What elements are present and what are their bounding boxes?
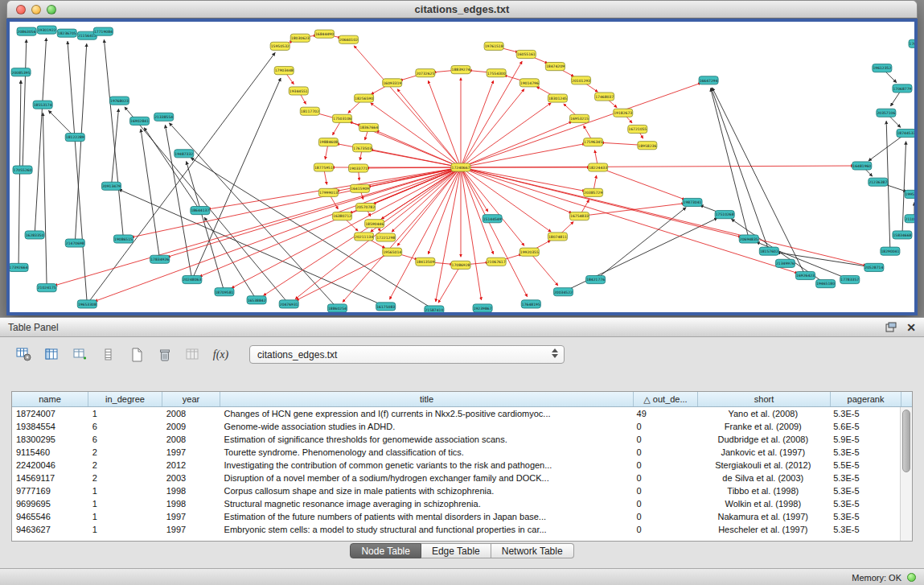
graph-node[interactable]: 21338554 [154, 113, 174, 121]
graph-node[interactable]: 18590446 [365, 220, 384, 228]
graph-node[interactable]: 19465180 [816, 280, 836, 288]
minimize-button[interactable] [31, 5, 41, 14]
graph-node[interactable]: 21470698 [65, 239, 84, 247]
graph-node[interactable]: 19761518 [484, 42, 503, 50]
graph-node[interactable]: 17673503 [353, 144, 372, 152]
graph-node[interactable]: 18074811 [548, 233, 567, 241]
graph-node[interactable]: 17596345 [584, 138, 603, 146]
table-row[interactable]: 946554611997Estimation of the future num… [12, 510, 900, 523]
column-header-year[interactable]: year [162, 392, 220, 406]
column-header-short[interactable]: short [698, 392, 831, 406]
tab-node-table[interactable]: Node Table [350, 543, 421, 558]
graph-node[interactable]: 19920355 [519, 248, 539, 256]
graph-node[interactable]: 17903448 [274, 67, 294, 75]
graph-node[interactable]: 19768023 [109, 97, 129, 105]
graph-node[interactable]: 21067617 [487, 257, 506, 266]
graph-node[interactable]: 19344551 [289, 87, 308, 95]
graph-node[interactable]: 19086515 [113, 235, 133, 243]
merge-tables-icon[interactable] [182, 344, 203, 365]
graph-node[interactable]: 17068779 [893, 84, 912, 93]
graph-node[interactable]: 18030623 [290, 34, 310, 42]
graph-node[interactable]: 18367664 [359, 123, 379, 131]
graph-node[interactable]: 17503106 [332, 114, 351, 122]
graph-node[interactable]: 17086928 [451, 261, 470, 269]
graph-node[interactable]: 16721055 [628, 125, 647, 133]
column-header-out_de[interactable]: △ out_de... [634, 392, 698, 406]
graph-node[interactable]: 20385729 [584, 188, 603, 196]
graph-node[interactable]: 18744533 [897, 129, 914, 137]
graph-node[interactable]: 16093319 [383, 79, 402, 87]
table-settings-icon[interactable] [13, 344, 35, 365]
graph-node[interactable]: 19182673 [614, 109, 633, 117]
graph-node[interactable]: 18474209 [545, 63, 565, 71]
graph-node[interactable]: 17240667 [451, 163, 470, 171]
graph-node[interactable]: 20660102 [339, 35, 358, 43]
graph-node[interactable]: 16647294 [699, 76, 718, 84]
graph-node[interactable]: 16283350 [25, 231, 44, 239]
graph-node[interactable]: 21587410 [425, 306, 444, 312]
graph-node[interactable]: 18117702 [300, 107, 319, 115]
column-header-pagerank[interactable]: pagerank [831, 392, 901, 406]
graph-node[interactable]: 19239867 [473, 304, 492, 312]
graph-node[interactable]: 16481960 [852, 162, 872, 170]
graph-node[interactable]: 16844490 [314, 30, 334, 38]
graph-node[interactable]: 16926423 [795, 271, 815, 279]
graph-node[interactable]: 18256590 [355, 94, 374, 102]
graph-node[interactable]: 17648195 [521, 300, 540, 308]
graph-node[interactable]: 16902841 [130, 117, 150, 125]
graph-node[interactable]: 17055260 [13, 166, 32, 174]
graph-node[interactable]: 17510268 [715, 211, 734, 219]
graph-node[interactable]: 17468037 [595, 93, 614, 101]
graph-node[interactable]: 18553174 [33, 101, 52, 109]
import-table-icon[interactable] [69, 344, 91, 365]
table-row[interactable]: 1456911722003Disruption of a novel membe… [12, 472, 900, 484]
network-graph-canvas[interactable]: 1724066718224433175963451695321518301245… [10, 22, 914, 312]
graph-node[interactable]: 16754833 [569, 212, 589, 220]
graph-node[interactable]: 18709581 [215, 288, 234, 296]
table-row[interactable]: 977716911998Corpus callosum shape and si… [12, 484, 900, 497]
table-row[interactable]: 1938455462009Genome-wide association stu… [12, 420, 900, 433]
graph-node[interactable]: 20357106 [877, 109, 896, 117]
show-columns-icon[interactable] [41, 344, 63, 365]
graph-node[interactable]: 18122289 [65, 134, 84, 142]
column-header-in_degree[interactable]: in_degree [88, 392, 162, 406]
tab-network-table[interactable]: Network Table [491, 543, 574, 558]
table-row[interactable]: 2242004622012Investigating the contribut… [12, 459, 900, 472]
scrollbar-thumb[interactable] [902, 410, 910, 472]
graph-node[interactable]: 15950532 [270, 42, 290, 50]
table-row[interactable]: 969969511998Structural magnetic resonanc… [12, 497, 900, 510]
graph-node[interactable]: 20101293 [571, 76, 590, 84]
column-header-name[interactable]: name [12, 392, 88, 406]
graph-node[interactable]: 15834668 [893, 231, 912, 239]
graph-node[interactable]: 20732625 [416, 69, 435, 77]
graph-node[interactable]: 20476931 [279, 300, 298, 308]
graph-node[interactable]: 21024175 [37, 284, 56, 292]
float-panel-icon[interactable] [885, 322, 897, 332]
graph-node[interactable]: 17834926 [150, 255, 170, 263]
graph-node[interactable]: 18421776 [586, 275, 606, 283]
table-selector-dropdown[interactable]: citations_edges.txt [249, 345, 565, 364]
graph-node[interactable]: 19612352 [873, 64, 892, 72]
graph-node[interactable]: 19950814 [905, 190, 914, 198]
table-scrollbar[interactable] [900, 407, 912, 541]
graph-node[interactable]: 18644137 [191, 207, 210, 215]
graph-node[interactable]: 18290041 [881, 247, 900, 255]
graph-node[interactable]: 20528714 [864, 263, 884, 271]
graph-node[interactable]: 18236705 [57, 29, 76, 37]
graph-node[interactable]: 19565014 [383, 248, 402, 256]
graph-node[interactable]: 18301245 [548, 94, 567, 102]
graph-node[interactable]: 18860254 [327, 304, 347, 312]
zoom-button[interactable] [47, 5, 56, 14]
graph-node[interactable]: 20913479 [101, 182, 121, 190]
graph-node[interactable]: 18157602 [759, 247, 778, 255]
graph-node[interactable]: 20034522 [553, 288, 573, 296]
graph-node[interactable]: 18413509 [416, 257, 435, 266]
graph-node[interactable]: 20211134 [355, 233, 374, 241]
table-row[interactable]: 1872400712008Changes of HCN gene express… [12, 407, 900, 420]
graph-node[interactable]: 17554300 [487, 69, 506, 77]
graph-node[interactable]: 18958236 [638, 142, 657, 150]
graph-node[interactable]: 21105925 [905, 215, 914, 223]
graph-node[interactable]: 16175083 [376, 303, 396, 311]
graph-node[interactable]: 20570782 [356, 203, 376, 211]
graph-node[interactable]: 19884608 [318, 138, 338, 146]
